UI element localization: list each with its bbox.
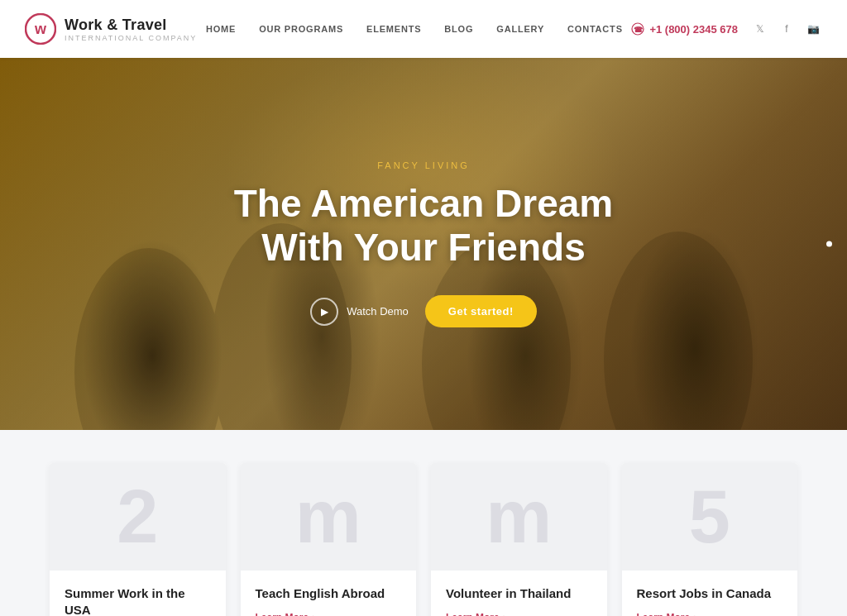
main-nav: HOME OUR PROGRAMS ELEMENTS BLOG GALLERY … [206,24,623,34]
programs-grid: 2 Summer Work in the USA Learn More › m … [50,463,797,616]
chevron-right-icon-2: › [312,612,315,617]
phone-number: +1 (800) 2345 678 [649,23,738,36]
get-started-button[interactable]: Get started! [425,295,537,327]
program-card-english: m Teach English Abroad Learn More › [241,463,417,616]
card-icon-usa: 2 [50,463,226,571]
nav-gallery[interactable]: GALLERY [496,24,544,34]
logo-title: Work & Travel [65,17,197,34]
hero-label: FANCY LIVING [234,160,613,170]
nav-home[interactable]: HOME [206,24,236,34]
hero-content: FANCY LIVING The American Dream With You… [234,160,613,328]
logo-subtitle: INTERNATIONAL COMPANY [65,34,197,42]
card-title-thailand: Volunteer in Thailand [446,585,592,602]
card-title-english: Teach English Abroad [256,585,402,602]
card-letter-english: m [295,480,361,554]
card-body-canada: Resort Jobs in Canada Learn More › [622,571,798,616]
card-link-canada[interactable]: Learn More › [637,612,783,617]
card-body-usa: Summer Work in the USA Learn More › [50,571,226,616]
phone-area: ☎ +1 (800) 2345 678 [631,22,738,36]
card-icon-english: m [241,463,417,571]
chevron-right-icon-4: › [693,612,696,617]
svg-text:☎: ☎ [634,26,643,34]
logo-icon: w [25,13,56,45]
hero-title-line1: The American Dream [234,182,613,225]
social-icons: 𝕏 f 📷 [751,20,822,38]
program-card-canada: 5 Resort Jobs in Canada Learn More › [622,463,798,616]
header: w Work & Travel INTERNATIONAL COMPANY HO… [0,0,847,58]
card-link-thailand[interactable]: Learn More › [446,612,592,617]
card-title-canada: Resort Jobs in Canada [637,585,783,602]
phone-icon: ☎ [631,22,644,36]
card-body-english: Teach English Abroad Learn More › [241,571,417,616]
logo: w Work & Travel INTERNATIONAL COMPANY [25,13,197,45]
watch-demo-button[interactable]: ▶ Watch Demo [310,298,409,326]
facebook-icon[interactable]: f [778,20,796,38]
card-letter-canada: 5 [689,480,730,554]
hero-dots [826,241,832,247]
nav-blog[interactable]: BLOG [444,24,473,34]
hero-background: FANCY LIVING The American Dream With You… [0,58,847,430]
card-body-thailand: Volunteer in Thailand Learn More › [431,571,607,616]
card-icon-thailand: m [431,463,607,571]
program-card-usa: 2 Summer Work in the USA Learn More › [50,463,226,616]
hero-title: The American Dream With Your Friends [234,182,613,270]
program-card-thailand: m Volunteer in Thailand Learn More › [431,463,607,616]
card-icon-canada: 5 [622,463,798,571]
nav-elements[interactable]: ELEMENTS [366,24,421,34]
programs-section: 2 Summer Work in the USA Learn More › m … [0,430,847,616]
card-link-english[interactable]: Learn More › [256,612,402,617]
play-icon: ▶ [310,298,338,326]
svg-point-7 [604,232,753,430]
card-letter-thailand: m [486,480,552,554]
hero-title-line2: With Your Friends [261,226,585,269]
header-right: ☎ +1 (800) 2345 678 𝕏 f 📷 [631,20,822,38]
hero-dot-1[interactable] [826,241,832,247]
watch-demo-label: Watch Demo [347,305,409,318]
chevron-right-icon-3: › [503,612,506,617]
twitter-icon[interactable]: 𝕏 [751,20,769,38]
hero-section: FANCY LIVING The American Dream With You… [0,58,847,430]
svg-point-4 [74,248,223,430]
hero-actions: ▶ Watch Demo Get started! [234,295,613,327]
nav-programs[interactable]: OUR PROGRAMS [259,24,343,34]
instagram-icon[interactable]: 📷 [804,20,822,38]
card-letter-usa: 2 [117,480,158,554]
nav-contacts[interactable]: CONTACTS [567,24,623,34]
svg-text:w: w [34,21,47,37]
card-title-usa: Summer Work in the USA [65,585,211,616]
